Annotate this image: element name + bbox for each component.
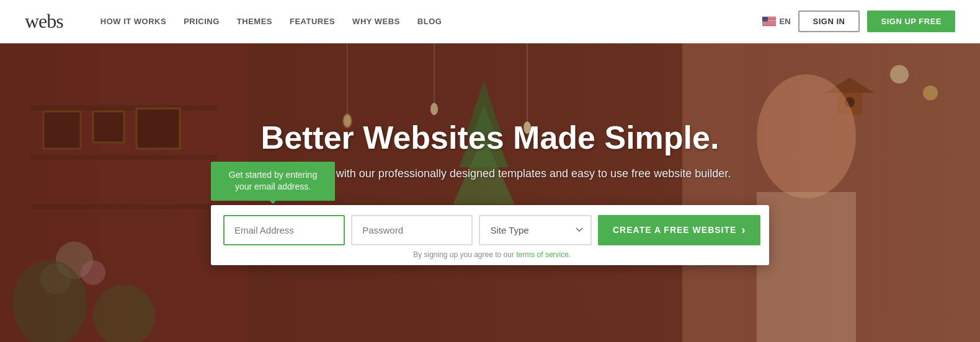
tooltip-line1: Get started by entering	[229, 170, 317, 180]
hero-section: Better Websites Made Simple. Create a we…	[0, 43, 980, 342]
language-selector[interactable]: ★ ★ ★ ★ ★ ★ ★ ★ ★ ★ ★ ★ ★ ★ ★ ★ ★ ★ ★ ★ …	[762, 17, 791, 26]
hero-subtitle: Create a website with our professionally…	[12, 167, 968, 180]
nav-why-webs[interactable]: WHY WEBS	[352, 17, 400, 26]
nav-themes[interactable]: THEMES	[237, 17, 272, 26]
tooltip-line2: your email address.	[235, 182, 311, 191]
nav-links: HOW IT WORKS PRICING THEMES FEATURES WHY…	[100, 17, 762, 26]
nav-features[interactable]: FEATURES	[290, 17, 335, 26]
terms-period: .	[569, 250, 571, 259]
create-button-arrow: ›	[741, 224, 746, 237]
nav-how-it-works[interactable]: HOW IT WORKS	[100, 17, 166, 26]
form-tooltip: Get started by entering your email addre…	[211, 162, 335, 201]
signin-button[interactable]: SIGN IN	[798, 11, 860, 32]
signup-button[interactable]: SIGN UP FREE	[867, 11, 955, 32]
navbar: webs HOW IT WORKS PRICING THEMES FEATURE…	[0, 0, 980, 43]
password-input[interactable]	[351, 215, 473, 245]
svg-text:★ ★ ★ ★ ★: ★ ★ ★ ★ ★	[763, 20, 767, 21]
nav-blog[interactable]: BLOG	[417, 17, 442, 26]
form-inner: Site Type Blog Business Portfolio Store …	[211, 205, 773, 265]
email-input[interactable]	[223, 215, 345, 245]
svg-rect-8	[762, 22, 776, 23]
signup-form-panel: Get started by entering your email addre…	[211, 205, 769, 265]
form-terms: By signing up you agree to our terms of …	[223, 250, 760, 259]
terms-link[interactable]: terms of service	[516, 250, 569, 259]
svg-rect-9	[762, 23, 776, 24]
form-row: Site Type Blog Business Portfolio Store …	[223, 215, 760, 245]
create-button-label: CREATE A FREE WEBSITE	[613, 225, 736, 235]
svg-rect-10	[762, 24, 776, 25]
create-website-button[interactable]: CREATE A FREE WEBSITE ›	[598, 215, 760, 245]
logo[interactable]: webs	[25, 10, 63, 33]
nav-pricing[interactable]: PRICING	[184, 17, 220, 26]
language-label: EN	[780, 17, 791, 26]
terms-text: By signing up you agree to our	[413, 250, 516, 259]
hero-title: Better Websites Made Simple.	[12, 120, 968, 156]
hero-content: Better Websites Made Simple. Create a we…	[0, 120, 980, 265]
svg-rect-7	[762, 22, 776, 22]
svg-rect-12	[762, 25, 776, 26]
site-type-select[interactable]: Site Type Blog Business Portfolio Store …	[479, 215, 592, 245]
us-flag-icon: ★ ★ ★ ★ ★ ★ ★ ★ ★ ★ ★ ★ ★ ★ ★ ★ ★ ★ ★ ★ …	[762, 17, 776, 26]
svg-rect-11	[762, 25, 776, 25]
nav-right: ★ ★ ★ ★ ★ ★ ★ ★ ★ ★ ★ ★ ★ ★ ★ ★ ★ ★ ★ ★ …	[762, 11, 955, 32]
